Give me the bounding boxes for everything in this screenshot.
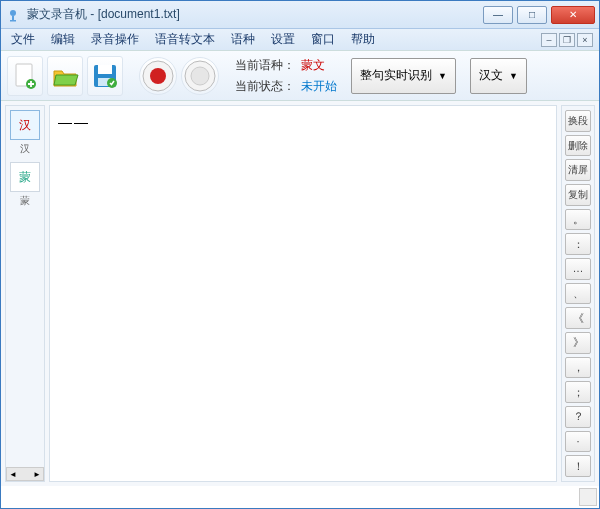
- recognition-mode-dropdown[interactable]: 整句实时识别 ▼: [351, 58, 456, 94]
- resize-grip[interactable]: [579, 488, 597, 506]
- btn-exclaim[interactable]: ！: [565, 455, 591, 477]
- tab-chinese[interactable]: 汉: [10, 110, 40, 140]
- window-controls: — □ ✕: [479, 6, 595, 24]
- tab-mongolian[interactable]: 蒙: [10, 162, 40, 192]
- menu-language[interactable]: 语种: [227, 29, 259, 50]
- btn-clear[interactable]: 清屏: [565, 159, 591, 181]
- text-editor[interactable]: ——: [49, 105, 557, 482]
- btn-comma[interactable]: ，: [565, 357, 591, 379]
- menu-voice-to-text[interactable]: 语音转文本: [151, 29, 219, 50]
- svg-point-0: [10, 10, 16, 16]
- close-button[interactable]: ✕: [551, 6, 595, 24]
- btn-newparagraph[interactable]: 换段: [565, 110, 591, 132]
- menu-record-ops[interactable]: 录音操作: [87, 29, 143, 50]
- btn-book-open[interactable]: 《: [565, 307, 591, 329]
- chevron-down-icon: ▼: [509, 71, 518, 81]
- title-bar: 蒙文录音机 - [document1.txt] — □ ✕: [1, 1, 599, 29]
- recognition-mode-value: 整句实时识别: [360, 67, 432, 84]
- maximize-button[interactable]: □: [517, 6, 547, 24]
- menu-edit[interactable]: 编辑: [47, 29, 79, 50]
- stop-button[interactable]: [181, 57, 219, 95]
- svg-rect-2: [10, 20, 16, 22]
- menu-file[interactable]: 文件: [7, 29, 39, 50]
- svg-point-10: [150, 68, 166, 84]
- btn-question[interactable]: ？: [565, 406, 591, 428]
- left-scrollbar[interactable]: ◄►: [6, 467, 44, 481]
- new-file-button[interactable]: [7, 56, 43, 96]
- punctuation-panel: 换段 删除 清屏 复制 。 ： … 、 《 》 ， ； ？ · ！: [561, 105, 595, 482]
- btn-book-close[interactable]: 》: [565, 332, 591, 354]
- menu-bar: 文件 编辑 录音操作 语音转文本 语种 设置 窗口 帮助 – ❐ ×: [1, 29, 599, 51]
- btn-ellipsis[interactable]: …: [565, 258, 591, 280]
- state-value: 未开始: [301, 78, 337, 95]
- record-button[interactable]: [139, 57, 177, 95]
- app-icon: [5, 7, 21, 23]
- svg-point-12: [191, 67, 209, 85]
- menu-settings[interactable]: 设置: [267, 29, 299, 50]
- window-title: 蒙文录音机 - [document1.txt]: [27, 6, 479, 23]
- btn-enum-comma[interactable]: 、: [565, 283, 591, 305]
- menu-help[interactable]: 帮助: [347, 29, 379, 50]
- language-value: 蒙文: [301, 57, 325, 74]
- svg-rect-6: [98, 65, 112, 74]
- minimize-button[interactable]: —: [483, 6, 513, 24]
- mdi-restore-button[interactable]: ❐: [559, 33, 575, 47]
- save-button[interactable]: [87, 56, 123, 96]
- btn-middot[interactable]: ·: [565, 431, 591, 453]
- btn-colon[interactable]: ：: [565, 233, 591, 255]
- mdi-controls: – ❐ ×: [541, 33, 593, 47]
- app-window: 蒙文录音机 - [document1.txt] — □ ✕ 文件 编辑 录音操作…: [0, 0, 600, 509]
- btn-delete[interactable]: 删除: [565, 135, 591, 157]
- btn-semicolon[interactable]: ；: [565, 381, 591, 403]
- chevron-down-icon: ▼: [438, 71, 447, 81]
- output-language-value: 汉文: [479, 67, 503, 84]
- tab-mongolian-sub: 蒙: [20, 194, 30, 208]
- workspace: 汉 汉 蒙 蒙 ◄► —— 换段 删除 清屏 复制 。 ： … 、 《 》 ， …: [1, 101, 599, 486]
- language-label: 当前语种：: [235, 57, 295, 74]
- editor-content: ——: [58, 114, 90, 130]
- menu-window[interactable]: 窗口: [307, 29, 339, 50]
- btn-period[interactable]: 。: [565, 209, 591, 231]
- mdi-minimize-button[interactable]: –: [541, 33, 557, 47]
- language-tabs-panel: 汉 汉 蒙 蒙 ◄►: [5, 105, 45, 482]
- svg-rect-1: [12, 16, 14, 20]
- status-block: 当前语种： 蒙文 当前状态： 未开始: [235, 57, 337, 95]
- btn-copy[interactable]: 复制: [565, 184, 591, 206]
- open-file-button[interactable]: [47, 56, 83, 96]
- mdi-close-button[interactable]: ×: [577, 33, 593, 47]
- state-label: 当前状态：: [235, 78, 295, 95]
- output-language-dropdown[interactable]: 汉文 ▼: [470, 58, 527, 94]
- tab-chinese-sub: 汉: [20, 142, 30, 156]
- toolbar: 当前语种： 蒙文 当前状态： 未开始 整句实时识别 ▼ 汉文 ▼: [1, 51, 599, 101]
